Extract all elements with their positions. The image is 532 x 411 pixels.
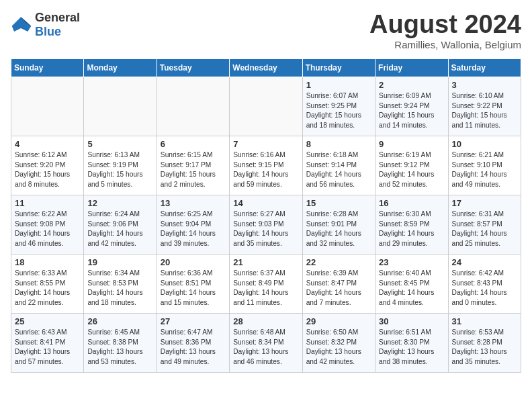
day-number: 24	[452, 257, 517, 267]
day-number: 9	[379, 139, 444, 149]
calendar-cell: 14Sunrise: 6:27 AM Sunset: 9:03 PM Dayli…	[230, 195, 302, 254]
calendar-week-1: 1Sunrise: 6:07 AM Sunset: 9:25 PM Daylig…	[11, 77, 521, 136]
day-number: 29	[306, 316, 371, 326]
day-info: Sunrise: 6:47 AM Sunset: 8:36 PM Dayligh…	[161, 328, 226, 367]
day-number: 1	[306, 80, 371, 90]
day-number: 8	[306, 139, 371, 149]
calendar-cell	[230, 77, 302, 136]
calendar-cell: 25Sunrise: 6:43 AM Sunset: 8:41 PM Dayli…	[11, 313, 84, 372]
day-info: Sunrise: 6:45 AM Sunset: 8:38 PM Dayligh…	[87, 328, 152, 367]
calendar-cell: 17Sunrise: 6:31 AM Sunset: 8:57 PM Dayli…	[448, 195, 521, 254]
title-area: August 2024 Ramillies, Wallonia, Belgium	[369, 11, 521, 50]
day-number: 4	[15, 139, 80, 149]
day-info: Sunrise: 6:36 AM Sunset: 8:51 PM Dayligh…	[161, 269, 226, 308]
day-info: Sunrise: 6:18 AM Sunset: 9:14 PM Dayligh…	[306, 150, 371, 190]
day-info: Sunrise: 6:09 AM Sunset: 9:24 PM Dayligh…	[379, 91, 444, 131]
calendar-cell: 29Sunrise: 6:50 AM Sunset: 8:32 PM Dayli…	[302, 313, 375, 372]
day-number: 19	[87, 257, 152, 267]
calendar-table: SundayMondayTuesdayWednesdayThursdayFrid…	[11, 58, 521, 373]
calendar-cell: 5Sunrise: 6:13 AM Sunset: 9:19 PM Daylig…	[84, 136, 157, 195]
day-number: 30	[379, 316, 444, 326]
page-header: General Blue August 2024 Ramillies, Wall…	[11, 11, 521, 50]
day-info: Sunrise: 6:16 AM Sunset: 9:15 PM Dayligh…	[233, 150, 298, 190]
day-info: Sunrise: 6:39 AM Sunset: 8:47 PM Dayligh…	[306, 269, 371, 308]
day-header-tuesday: Tuesday	[157, 58, 229, 77]
day-info: Sunrise: 6:10 AM Sunset: 9:22 PM Dayligh…	[452, 91, 517, 131]
calendar-cell: 28Sunrise: 6:48 AM Sunset: 8:34 PM Dayli…	[230, 313, 302, 372]
calendar-cell: 26Sunrise: 6:45 AM Sunset: 8:38 PM Dayli…	[84, 313, 157, 372]
day-header-sunday: Sunday	[11, 58, 84, 77]
logo-general: General	[35, 11, 80, 24]
day-number: 17	[452, 198, 517, 208]
day-info: Sunrise: 6:31 AM Sunset: 8:57 PM Dayligh…	[452, 210, 517, 249]
day-number: 26	[87, 316, 152, 326]
calendar-cell: 4Sunrise: 6:12 AM Sunset: 9:20 PM Daylig…	[11, 136, 84, 195]
day-info: Sunrise: 6:13 AM Sunset: 9:19 PM Dayligh…	[87, 150, 152, 190]
day-number: 13	[161, 198, 226, 208]
calendar-cell: 23Sunrise: 6:40 AM Sunset: 8:45 PM Dayli…	[375, 254, 448, 313]
day-header-friday: Friday	[375, 58, 448, 77]
calendar-cell: 22Sunrise: 6:39 AM Sunset: 8:47 PM Dayli…	[302, 254, 375, 313]
calendar-week-3: 11Sunrise: 6:22 AM Sunset: 9:08 PM Dayli…	[11, 195, 521, 254]
calendar-cell: 2Sunrise: 6:09 AM Sunset: 9:24 PM Daylig…	[375, 77, 448, 136]
day-info: Sunrise: 6:37 AM Sunset: 8:49 PM Dayligh…	[233, 269, 298, 308]
logo-blue: Blue	[35, 25, 61, 38]
calendar-week-5: 25Sunrise: 6:43 AM Sunset: 8:41 PM Dayli…	[11, 313, 521, 372]
day-info: Sunrise: 6:27 AM Sunset: 9:03 PM Dayligh…	[233, 210, 298, 249]
day-header-wednesday: Wednesday	[230, 58, 302, 77]
day-info: Sunrise: 6:42 AM Sunset: 8:43 PM Dayligh…	[452, 269, 517, 308]
calendar-cell: 27Sunrise: 6:47 AM Sunset: 8:36 PM Dayli…	[157, 313, 229, 372]
day-info: Sunrise: 6:07 AM Sunset: 9:25 PM Dayligh…	[306, 91, 371, 131]
day-info: Sunrise: 6:53 AM Sunset: 8:28 PM Dayligh…	[452, 328, 517, 367]
day-number: 7	[233, 139, 298, 149]
day-header-thursday: Thursday	[302, 58, 375, 77]
day-info: Sunrise: 6:12 AM Sunset: 9:20 PM Dayligh…	[15, 150, 80, 190]
day-number: 3	[452, 80, 517, 90]
day-number: 31	[452, 316, 517, 326]
calendar-cell: 15Sunrise: 6:28 AM Sunset: 9:01 PM Dayli…	[302, 195, 375, 254]
calendar-cell: 8Sunrise: 6:18 AM Sunset: 9:14 PM Daylig…	[302, 136, 375, 195]
calendar-cell: 19Sunrise: 6:34 AM Sunset: 8:53 PM Dayli…	[84, 254, 157, 313]
day-info: Sunrise: 6:24 AM Sunset: 9:06 PM Dayligh…	[87, 210, 152, 249]
day-number: 15	[306, 198, 371, 208]
day-info: Sunrise: 6:30 AM Sunset: 8:59 PM Dayligh…	[379, 210, 444, 249]
calendar-cell: 1Sunrise: 6:07 AM Sunset: 9:25 PM Daylig…	[302, 77, 375, 136]
calendar-cell: 9Sunrise: 6:19 AM Sunset: 9:12 PM Daylig…	[375, 136, 448, 195]
day-info: Sunrise: 6:21 AM Sunset: 9:10 PM Dayligh…	[452, 150, 517, 190]
calendar-cell	[157, 77, 229, 136]
calendar-cell: 30Sunrise: 6:51 AM Sunset: 8:30 PM Dayli…	[375, 313, 448, 372]
day-header-monday: Monday	[84, 58, 157, 77]
calendar-cell: 3Sunrise: 6:10 AM Sunset: 9:22 PM Daylig…	[448, 77, 521, 136]
calendar-cell: 20Sunrise: 6:36 AM Sunset: 8:51 PM Dayli…	[157, 254, 229, 313]
calendar-week-4: 18Sunrise: 6:33 AM Sunset: 8:55 PM Dayli…	[11, 254, 521, 313]
calendar-cell: 11Sunrise: 6:22 AM Sunset: 9:08 PM Dayli…	[11, 195, 84, 254]
day-info: Sunrise: 6:40 AM Sunset: 8:45 PM Dayligh…	[379, 269, 444, 308]
logo: General Blue	[11, 11, 80, 39]
calendar-cell: 13Sunrise: 6:25 AM Sunset: 9:04 PM Dayli…	[157, 195, 229, 254]
month-year-title: August 2024	[369, 11, 521, 39]
day-number: 23	[379, 257, 444, 267]
day-number: 22	[306, 257, 371, 267]
calendar-cell: 12Sunrise: 6:24 AM Sunset: 9:06 PM Dayli…	[84, 195, 157, 254]
day-number: 16	[379, 198, 444, 208]
day-number: 5	[87, 139, 152, 149]
day-number: 27	[161, 316, 226, 326]
day-info: Sunrise: 6:50 AM Sunset: 8:32 PM Dayligh…	[306, 328, 371, 367]
day-number: 6	[161, 139, 226, 149]
day-number: 14	[233, 198, 298, 208]
day-number: 25	[15, 316, 80, 326]
day-header-saturday: Saturday	[448, 58, 521, 77]
location-subtitle: Ramillies, Wallonia, Belgium	[369, 39, 521, 50]
day-number: 11	[15, 198, 80, 208]
day-number: 21	[233, 257, 298, 267]
day-info: Sunrise: 6:48 AM Sunset: 8:34 PM Dayligh…	[233, 328, 298, 367]
day-number: 10	[452, 139, 517, 149]
day-info: Sunrise: 6:33 AM Sunset: 8:55 PM Dayligh…	[15, 269, 80, 308]
calendar-cell: 18Sunrise: 6:33 AM Sunset: 8:55 PM Dayli…	[11, 254, 84, 313]
day-info: Sunrise: 6:19 AM Sunset: 9:12 PM Dayligh…	[379, 150, 444, 190]
calendar-cell: 31Sunrise: 6:53 AM Sunset: 8:28 PM Dayli…	[448, 313, 521, 372]
svg-marker-0	[12, 17, 32, 32]
calendar-cell: 21Sunrise: 6:37 AM Sunset: 8:49 PM Dayli…	[230, 254, 302, 313]
day-info: Sunrise: 6:15 AM Sunset: 9:17 PM Dayligh…	[161, 150, 226, 190]
day-info: Sunrise: 6:28 AM Sunset: 9:01 PM Dayligh…	[306, 210, 371, 249]
